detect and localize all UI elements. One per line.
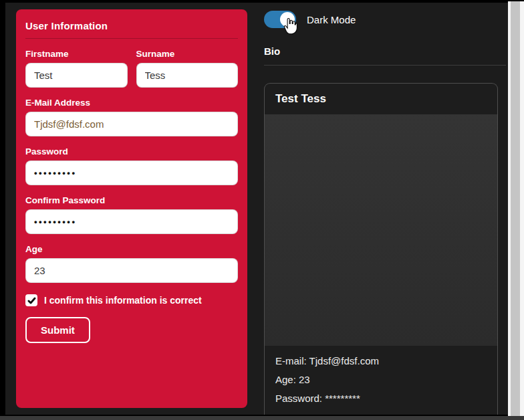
email-label: E-Mail Address: [25, 98, 238, 108]
confirm-password-label: Confirm Password: [25, 195, 238, 205]
bio-age-line: Age: 23: [275, 374, 487, 385]
panel-title: User Information: [25, 20, 238, 31]
checkmark-icon: [27, 296, 36, 305]
bio-section: Dark Mode Bio Test Tess E-mail: Tjdsf@fd…: [264, 10, 506, 415]
bottom-edge: [0, 416, 524, 420]
dark-mode-row: Dark Mode: [264, 10, 506, 29]
scrollbar-thumb[interactable]: [511, 1, 520, 416]
user-info-panel: User Information Firstname Surname E-Mai…: [16, 9, 247, 408]
surname-input[interactable]: [136, 63, 239, 88]
confirm-checkbox-row: I confirm this information is correct: [25, 294, 238, 306]
hand-cursor-icon: [283, 17, 297, 35]
confirm-checkbox-label: I confirm this information is correct: [44, 295, 202, 306]
password-input[interactable]: [25, 161, 238, 185]
app-background: User Information Firstname Surname E-Mai…: [5, 3, 508, 415]
surname-label: Surname: [136, 49, 239, 59]
firstname-input[interactable]: [25, 63, 128, 88]
email-input[interactable]: [25, 112, 238, 136]
firstname-field-group: Firstname: [25, 39, 128, 88]
scrollbar[interactable]: [508, 1, 524, 416]
dark-mode-label: Dark Mode: [307, 14, 356, 25]
bio-email-line: E-mail: Tjdsf@fdsf.com: [275, 355, 487, 366]
bio-card: Test Tess E-mail: Tjdsf@fdsf.com Age: 23…: [264, 83, 498, 415]
bio-card-body: [265, 114, 497, 346]
name-fields-row: Firstname Surname: [25, 39, 238, 88]
confirm-checkbox[interactable]: [25, 294, 37, 306]
surname-field-group: Surname: [136, 39, 239, 88]
submit-button[interactable]: Submit: [25, 317, 90, 343]
bio-heading: Bio: [264, 45, 506, 57]
firstname-label: Firstname: [25, 49, 128, 59]
age-input[interactable]: [25, 258, 238, 283]
password-label: Password: [25, 146, 238, 156]
age-label: Age: [25, 244, 238, 254]
dark-mode-toggle[interactable]: [264, 11, 296, 28]
bio-password-line: Password: *********: [275, 393, 487, 404]
bio-divider: [264, 65, 506, 66]
bio-card-title: Test Tess: [265, 84, 497, 114]
confirm-password-input[interactable]: [25, 209, 238, 234]
bio-card-footer: E-mail: Tjdsf@fdsf.com Age: 23 Password:…: [265, 346, 497, 415]
